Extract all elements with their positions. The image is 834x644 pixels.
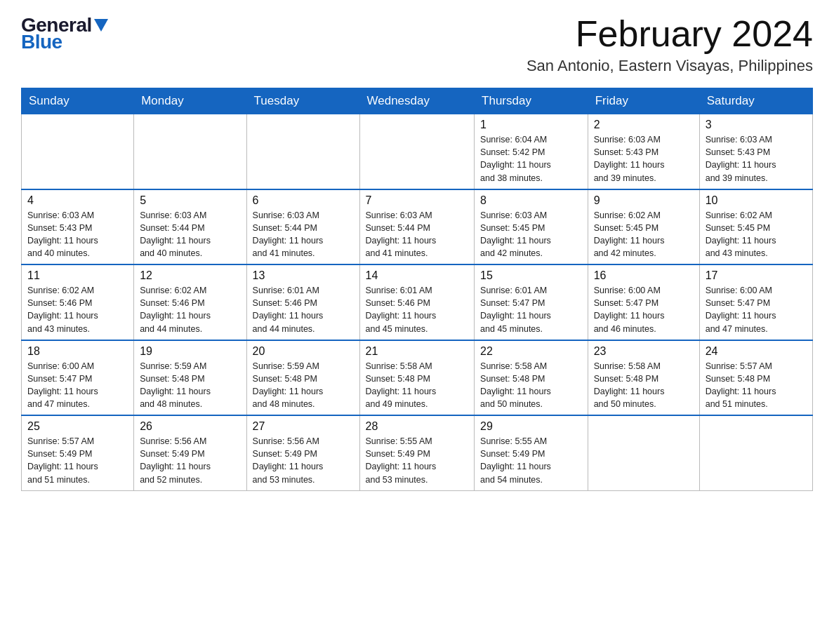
day-info: Sunrise: 6:02 AM Sunset: 5:46 PM Dayligh… [140, 284, 240, 335]
calendar-week-row: 18Sunrise: 6:00 AM Sunset: 5:47 PM Dayli… [22, 340, 813, 416]
calendar-week-row: 1Sunrise: 6:04 AM Sunset: 5:42 PM Daylig… [22, 114, 813, 189]
logo-blue: Blue [21, 31, 62, 53]
calendar-cell [699, 415, 812, 490]
calendar-cell: 7Sunrise: 6:03 AM Sunset: 5:44 PM Daylig… [359, 189, 475, 265]
day-number: 21 [366, 345, 469, 358]
day-number: 10 [706, 194, 807, 207]
day-info: Sunrise: 6:03 AM Sunset: 5:43 PM Dayligh… [706, 133, 807, 185]
day-info: Sunrise: 6:00 AM Sunset: 5:47 PM Dayligh… [706, 284, 807, 335]
page-header: General Blue February 2024 San Antonio, … [21, 14, 813, 75]
day-number: 16 [594, 269, 694, 282]
day-number: 29 [480, 420, 582, 433]
calendar-cell: 26Sunrise: 5:56 AM Sunset: 5:49 PM Dayli… [134, 415, 246, 490]
day-number: 4 [27, 194, 128, 207]
day-number: 26 [140, 420, 240, 433]
calendar-table: SundayMondayTuesdayWednesdayThursdayFrid… [21, 88, 813, 491]
calendar-cell: 13Sunrise: 6:01 AM Sunset: 5:46 PM Dayli… [246, 264, 359, 340]
day-info: Sunrise: 6:00 AM Sunset: 5:47 PM Dayligh… [27, 360, 128, 411]
day-info: Sunrise: 5:58 AM Sunset: 5:48 PM Dayligh… [594, 360, 694, 411]
day-number: 27 [253, 420, 354, 433]
day-number: 13 [253, 269, 354, 282]
day-number: 22 [480, 345, 582, 358]
day-info: Sunrise: 6:03 AM Sunset: 5:44 PM Dayligh… [366, 209, 469, 260]
calendar-cell: 2Sunrise: 6:03 AM Sunset: 5:43 PM Daylig… [588, 114, 699, 189]
calendar-cell: 20Sunrise: 5:59 AM Sunset: 5:48 PM Dayli… [246, 340, 359, 416]
day-number: 11 [27, 269, 128, 282]
day-number: 18 [27, 345, 128, 358]
calendar-cell: 22Sunrise: 5:58 AM Sunset: 5:48 PM Dayli… [475, 340, 588, 416]
day-number: 9 [594, 194, 694, 207]
calendar-cell [134, 114, 246, 189]
calendar-cell: 4Sunrise: 6:03 AM Sunset: 5:43 PM Daylig… [22, 189, 134, 265]
calendar-cell [359, 114, 475, 189]
weekday-header-thursday: Thursday [475, 88, 588, 114]
calendar-cell: 3Sunrise: 6:03 AM Sunset: 5:43 PM Daylig… [699, 114, 812, 189]
weekday-header-friday: Friday [588, 88, 699, 114]
day-info: Sunrise: 6:04 AM Sunset: 5:42 PM Dayligh… [480, 133, 582, 185]
calendar-cell: 12Sunrise: 6:02 AM Sunset: 5:46 PM Dayli… [134, 264, 246, 340]
weekday-header-saturday: Saturday [699, 88, 812, 114]
day-number: 12 [140, 269, 240, 282]
title-block: February 2024 San Antonio, Eastern Visay… [527, 14, 813, 75]
day-info: Sunrise: 6:03 AM Sunset: 5:44 PM Dayligh… [253, 209, 354, 260]
day-number: 17 [706, 269, 807, 282]
day-number: 28 [366, 420, 469, 433]
day-info: Sunrise: 5:57 AM Sunset: 5:49 PM Dayligh… [27, 435, 128, 486]
logo: General Blue [21, 14, 108, 53]
day-number: 3 [706, 119, 807, 131]
day-number: 8 [480, 194, 582, 207]
day-info: Sunrise: 5:58 AM Sunset: 5:48 PM Dayligh… [480, 360, 582, 411]
calendar-cell: 15Sunrise: 6:01 AM Sunset: 5:47 PM Dayli… [475, 264, 588, 340]
day-number: 24 [706, 345, 807, 358]
day-number: 2 [594, 119, 694, 131]
calendar-cell: 18Sunrise: 6:00 AM Sunset: 5:47 PM Dayli… [22, 340, 134, 416]
day-info: Sunrise: 5:58 AM Sunset: 5:48 PM Dayligh… [366, 360, 469, 411]
day-info: Sunrise: 6:00 AM Sunset: 5:47 PM Dayligh… [594, 284, 694, 335]
calendar-cell: 1Sunrise: 6:04 AM Sunset: 5:42 PM Daylig… [475, 114, 588, 189]
weekday-header-tuesday: Tuesday [246, 88, 359, 114]
day-info: Sunrise: 5:57 AM Sunset: 5:48 PM Dayligh… [706, 360, 807, 411]
day-info: Sunrise: 6:03 AM Sunset: 5:43 PM Dayligh… [27, 209, 128, 260]
calendar-cell: 29Sunrise: 5:55 AM Sunset: 5:49 PM Dayli… [475, 415, 588, 490]
day-number: 7 [366, 194, 469, 207]
day-info: Sunrise: 5:55 AM Sunset: 5:49 PM Dayligh… [366, 435, 469, 486]
day-number: 1 [480, 119, 582, 131]
day-info: Sunrise: 6:03 AM Sunset: 5:43 PM Dayligh… [594, 133, 694, 185]
location-title: San Antonio, Eastern Visayas, Philippine… [527, 57, 813, 75]
day-info: Sunrise: 6:03 AM Sunset: 5:45 PM Dayligh… [480, 209, 582, 260]
weekday-header-wednesday: Wednesday [359, 88, 475, 114]
calendar-cell: 10Sunrise: 6:02 AM Sunset: 5:45 PM Dayli… [699, 189, 812, 265]
month-title: February 2024 [527, 14, 813, 54]
calendar-cell: 5Sunrise: 6:03 AM Sunset: 5:44 PM Daylig… [134, 189, 246, 265]
day-info: Sunrise: 5:56 AM Sunset: 5:49 PM Dayligh… [140, 435, 240, 486]
weekday-header-monday: Monday [134, 88, 246, 114]
day-info: Sunrise: 5:59 AM Sunset: 5:48 PM Dayligh… [140, 360, 240, 411]
calendar-cell: 6Sunrise: 6:03 AM Sunset: 5:44 PM Daylig… [246, 189, 359, 265]
day-number: 14 [366, 269, 469, 282]
calendar-cell: 17Sunrise: 6:00 AM Sunset: 5:47 PM Dayli… [699, 264, 812, 340]
day-number: 20 [253, 345, 354, 358]
calendar-cell: 23Sunrise: 5:58 AM Sunset: 5:48 PM Dayli… [588, 340, 699, 416]
calendar-header-row: SundayMondayTuesdayWednesdayThursdayFrid… [22, 88, 813, 114]
day-number: 15 [480, 269, 582, 282]
day-info: Sunrise: 6:03 AM Sunset: 5:44 PM Dayligh… [140, 209, 240, 260]
day-info: Sunrise: 5:59 AM Sunset: 5:48 PM Dayligh… [253, 360, 354, 411]
calendar-week-row: 11Sunrise: 6:02 AM Sunset: 5:46 PM Dayli… [22, 264, 813, 340]
day-info: Sunrise: 6:02 AM Sunset: 5:45 PM Dayligh… [706, 209, 807, 260]
day-info: Sunrise: 6:02 AM Sunset: 5:46 PM Dayligh… [27, 284, 128, 335]
calendar-cell: 28Sunrise: 5:55 AM Sunset: 5:49 PM Dayli… [359, 415, 475, 490]
day-number: 5 [140, 194, 240, 207]
day-info: Sunrise: 6:01 AM Sunset: 5:47 PM Dayligh… [480, 284, 582, 335]
svg-marker-0 [94, 19, 108, 32]
day-info: Sunrise: 5:55 AM Sunset: 5:49 PM Dayligh… [480, 435, 582, 486]
calendar-cell [22, 114, 134, 189]
calendar-cell: 8Sunrise: 6:03 AM Sunset: 5:45 PM Daylig… [475, 189, 588, 265]
calendar-cell: 19Sunrise: 5:59 AM Sunset: 5:48 PM Dayli… [134, 340, 246, 416]
day-number: 25 [27, 420, 128, 433]
calendar-cell: 9Sunrise: 6:02 AM Sunset: 5:45 PM Daylig… [588, 189, 699, 265]
day-info: Sunrise: 6:01 AM Sunset: 5:46 PM Dayligh… [253, 284, 354, 335]
day-number: 6 [253, 194, 354, 207]
day-info: Sunrise: 6:02 AM Sunset: 5:45 PM Dayligh… [594, 209, 694, 260]
day-info: Sunrise: 6:01 AM Sunset: 5:46 PM Dayligh… [366, 284, 469, 335]
calendar-cell [246, 114, 359, 189]
